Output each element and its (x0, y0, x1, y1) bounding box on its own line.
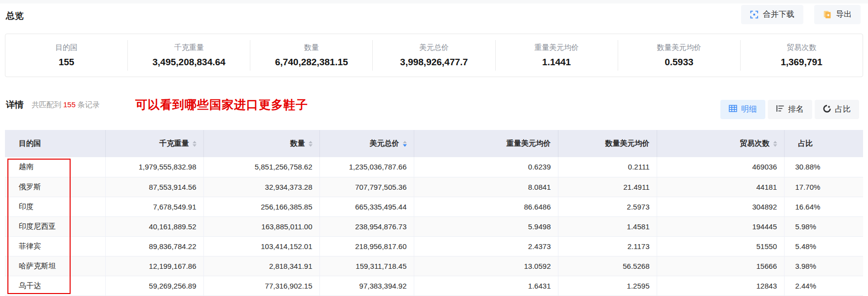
table-row: 哈萨克斯坦 12,199,167.86 2,818,341.91 159,311… (5, 256, 863, 276)
details-table: 目的国 千克重量 数量 美元总价 重量美元均价 (5, 130, 863, 296)
sort-carets-icon-active-desc[interactable] (403, 141, 407, 147)
trade-overview-page: 总览 合并下载 导出 (0, 0, 868, 296)
table-row: 俄罗斯 87,553,914.56 32,934,373.28 707,797,… (5, 177, 863, 197)
sort-carets-icon[interactable] (193, 141, 197, 147)
annotation-text: 可以看到哪些国家进口更多鞋子 (135, 97, 308, 113)
stat-usd-per-quantity: 数量美元均价 0.5933 (618, 40, 740, 71)
match-count-number: 155 (63, 100, 76, 109)
export-button[interactable]: 导出 (814, 5, 861, 24)
tab-detail[interactable]: 明细 (720, 100, 765, 119)
stat-quantity: 数量 6,740,282,381.15 (250, 40, 372, 71)
merge-download-button[interactable]: 合并下载 (741, 5, 803, 24)
table-header-row: 目的国 千克重量 数量 美元总价 重量美元均价 (5, 130, 863, 157)
col-header-quantity[interactable]: 数量 (203, 130, 319, 157)
table-row: 乌干达 59,269,256.89 77,316,902.15 97,383,3… (5, 276, 863, 296)
col-header-kg-weight[interactable]: 千克重量 (105, 130, 203, 157)
pie-icon (823, 105, 831, 115)
stat-trade-count: 贸易次数 1,369,791 (740, 40, 863, 71)
merge-icon (750, 10, 758, 19)
table-icon (729, 105, 737, 114)
col-header-usd-per-quantity: 数量美元均价 (558, 130, 657, 157)
stat-kg-weight: 千克重量 3,495,208,834.64 (127, 40, 250, 71)
match-count-text: 共匹配到155条记录 (32, 100, 100, 110)
overview-stats-card: 目的国 155 千克重量 3,495,208,834.64 数量 6,740,2… (5, 34, 863, 77)
tab-detail-label: 明细 (741, 104, 757, 115)
stat-usd-total: 美元总价 3,998,926,477.7 (372, 40, 495, 71)
col-header-proportion: 占比 (784, 130, 863, 157)
top-strip (0, 0, 868, 3)
tab-proportion-label: 占比 (835, 104, 851, 115)
overview-section-title: 总览 (6, 10, 24, 22)
merge-download-label: 合并下载 (763, 9, 794, 20)
col-header-trade-count[interactable]: 贸易次数 (657, 130, 784, 157)
export-icon (823, 10, 831, 19)
details-section-title: 详情 (6, 99, 24, 111)
ranking-icon (776, 105, 784, 114)
col-header-destination: 目的国 (5, 130, 105, 157)
sort-carets-icon[interactable] (309, 141, 313, 147)
table-row: 菲律宾 89,836,784.22 103,414,152.01 218,956… (5, 236, 863, 256)
col-header-usd-per-weight: 重量美元均价 (414, 130, 558, 157)
tab-ranking-label: 排名 (788, 104, 804, 115)
tab-ranking[interactable]: 排名 (768, 100, 812, 119)
export-label: 导出 (836, 9, 852, 20)
top-actions: 合并下载 导出 (741, 5, 861, 24)
table-row: 印度 7,678,549.91 256,166,385.85 665,335,4… (5, 197, 863, 216)
view-switch: 明细 排名 占比 (720, 100, 859, 119)
stat-usd-per-weight: 重量美元均价 1.1441 (495, 40, 618, 71)
table-row: 印度尼西亚 40,161,889.52 163,885,011.00 238,9… (5, 216, 863, 236)
details-bar: 详情 共匹配到155条记录 可以看到哪些国家进口更多鞋子 (6, 97, 308, 113)
tab-proportion[interactable]: 占比 (815, 100, 859, 119)
sort-carets-icon[interactable] (773, 141, 777, 147)
table-row: 越南 1,979,555,832.98 5,851,256,758.62 1,2… (5, 157, 863, 177)
stat-destination-countries: 目的国 155 (5, 40, 127, 71)
col-header-usd-total[interactable]: 美元总价 (319, 130, 414, 157)
